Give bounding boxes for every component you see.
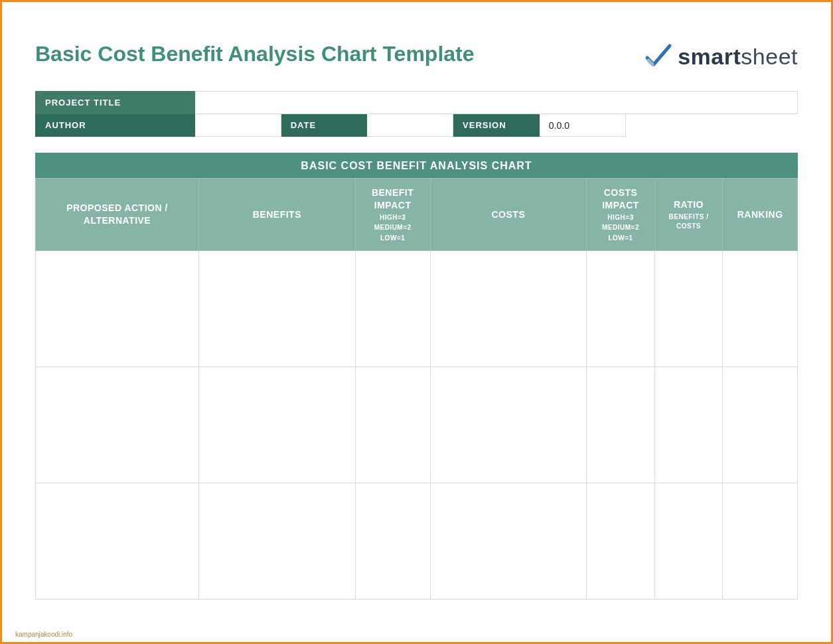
cell-costs[interactable]	[430, 483, 587, 600]
cell-benefits[interactable]	[199, 251, 356, 367]
cell-costs[interactable]	[430, 367, 587, 483]
logo-text-light: sheet	[741, 44, 798, 69]
project-title-label: PROJECT TITLE	[36, 92, 195, 114]
author-input[interactable]	[195, 114, 281, 137]
version-input[interactable]: 0.0.0	[539, 114, 625, 137]
cell-ranking[interactable]	[723, 483, 798, 600]
col-costs-impact: COSTS IMPACT HIGH=3 MEDIUM=2 LOW=1	[587, 179, 655, 251]
analysis-table: PROPOSED ACTION / ALTERNATIVE BENEFITS B…	[35, 178, 798, 600]
table-row	[36, 483, 798, 600]
date-input[interactable]	[367, 114, 453, 137]
cell-costs[interactable]	[430, 251, 587, 367]
author-label: AUTHOR	[36, 114, 195, 137]
col-proposed: PROPOSED ACTION / ALTERNATIVE	[36, 179, 199, 251]
cell-proposed[interactable]	[36, 251, 199, 367]
meta-table: PROJECT TITLE AUTHOR DATE VERSION 0.0.0	[35, 91, 798, 137]
date-label: DATE	[281, 114, 367, 137]
cell-ratio[interactable]	[654, 251, 723, 367]
cell-benefit-impact[interactable]	[355, 367, 430, 483]
watermark: kampanjakoodi.info	[15, 631, 72, 638]
cell-ranking[interactable]	[723, 251, 798, 367]
cell-benefit-impact[interactable]	[355, 251, 430, 367]
col-costs: COSTS	[430, 179, 587, 251]
cell-benefit-impact[interactable]	[355, 483, 430, 600]
col-benefit-impact: BENEFIT IMPACT HIGH=3 MEDIUM=2 LOW=1	[355, 179, 430, 251]
cell-benefits[interactable]	[199, 483, 356, 600]
brand-logo: smartsheet	[643, 42, 798, 71]
logo-text-bold: smart	[678, 44, 741, 69]
col-ratio: RATIO BENEFITS / COSTS	[654, 179, 723, 251]
cell-costs-impact[interactable]	[587, 251, 655, 367]
cell-ratio[interactable]	[654, 367, 723, 483]
version-label: VERSION	[453, 114, 540, 137]
cell-costs-impact[interactable]	[587, 367, 655, 483]
cell-ranking[interactable]	[723, 367, 798, 483]
cell-proposed[interactable]	[36, 483, 199, 600]
col-benefits: BENEFITS	[199, 179, 356, 251]
table-row	[36, 251, 798, 367]
cell-costs-impact[interactable]	[587, 483, 655, 600]
page-title: Basic Cost Benefit Analysis Chart Templa…	[35, 42, 475, 66]
chart-banner: BASIC COST BENEFIT ANALYSIS CHART	[35, 153, 798, 178]
cell-ratio[interactable]	[654, 483, 723, 600]
project-title-input[interactable]	[195, 92, 798, 114]
cell-proposed[interactable]	[36, 367, 199, 483]
checkmark-icon	[643, 42, 672, 71]
cell-benefits[interactable]	[199, 367, 356, 483]
table-row	[36, 367, 798, 483]
col-ranking: RANKING	[723, 179, 798, 251]
